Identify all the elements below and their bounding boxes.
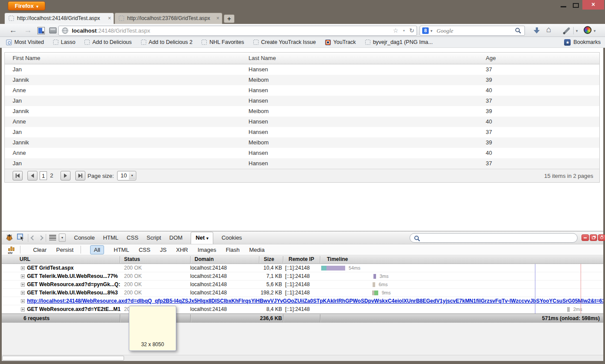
browser-tab-inactive[interactable]: http://localhost:23768/GridTest.aspx ×: [114, 13, 222, 24]
column-remote-ip[interactable]: Remote IP: [289, 255, 314, 264]
window-maximize-button[interactable]: [573, 3, 579, 8]
scrollbar-thumb[interactable]: [2, 356, 124, 361]
archive-extension-icon[interactable]: [49, 27, 57, 33]
bookmark-lasso[interactable]: Lasso: [53, 39, 75, 45]
firebug-search-input[interactable]: [422, 234, 570, 242]
expand-icon[interactable]: [21, 274, 25, 278]
firebug-bug-icon[interactable]: [5, 234, 13, 242]
pager-next-button[interactable]: [60, 171, 71, 180]
table-row[interactable]: JanHansen37: [5, 64, 599, 75]
column-timeline[interactable]: Timeline: [327, 255, 348, 264]
column-domain[interactable]: Domain: [195, 255, 214, 264]
column-divider[interactable]: [259, 256, 259, 263]
firebug-minimize-button[interactable]: [581, 234, 589, 241]
pager-prev-button[interactable]: [27, 171, 37, 180]
bookmark-create-youtrack-issue[interactable]: Create YouTrack Issue: [253, 39, 316, 45]
net-filter-js[interactable]: JS: [160, 247, 166, 253]
url-dropdown-icon[interactable]: ▾: [401, 26, 407, 35]
browser-tab-active[interactable]: http://localhost:24148/GridTest.aspx ×: [4, 13, 114, 24]
url-bar[interactable]: localhost:24148/GridTest.aspx ☆ ▾ ↻: [58, 26, 417, 36]
column-divider[interactable]: [320, 256, 320, 263]
history-back-icon[interactable]: [30, 235, 35, 240]
pager-page-2[interactable]: 2: [50, 171, 53, 180]
net-row-2[interactable]: GET WebResource.axd?d=pynGk...Q: 200 OK …: [2, 281, 603, 289]
net-row-3[interactable]: GET Telerik.Web.UI.WebResou...8%3 200 OK…: [2, 289, 603, 297]
back-button[interactable]: ←: [8, 25, 18, 36]
request-url[interactable]: GET GridTest.aspx: [27, 264, 74, 272]
bookmark-nhl-favorites[interactable]: NHL Favorites: [202, 39, 244, 45]
tab-cookies[interactable]: Cookies: [222, 234, 242, 241]
search-input[interactable]: [437, 27, 506, 35]
bookmark-byvejr[interactable]: byvejr_dag1 (PNG Ima...: [365, 39, 433, 45]
pager-first-button[interactable]: [13, 171, 23, 180]
net-filter-flash[interactable]: Flash: [226, 247, 240, 253]
grid-column-last-name[interactable]: Last Name: [249, 53, 276, 64]
window-close-button[interactable]: ×: [582, 0, 604, 10]
extension-window-icon[interactable]: [37, 27, 45, 34]
request-url[interactable]: GET WebResource.axd?d=YE2tE...M1: [27, 305, 121, 313]
bookmark-add-to-delicious[interactable]: Add to Delicious: [84, 39, 131, 45]
grid-column-age[interactable]: Age: [486, 53, 496, 64]
bookmark-star-icon[interactable]: ☆: [391, 26, 400, 35]
expand-icon[interactable]: [21, 291, 25, 295]
window-minimize-button[interactable]: [561, 6, 566, 7]
firebug-search-box[interactable]: [410, 233, 578, 243]
bookmark-add-to-delicious-2[interactable]: Add to Delicious 2: [141, 39, 193, 45]
table-row[interactable]: JanHansen37: [5, 127, 599, 137]
column-divider[interactable]: [120, 256, 120, 263]
bookmark-most-visited[interactable]: Most Visited: [6, 39, 44, 45]
net-filter-all[interactable]: All: [90, 245, 104, 254]
firebug-close-button[interactable]: [598, 234, 605, 241]
colorzilla-icon[interactable]: [584, 26, 592, 34]
net-row-0[interactable]: GET GridTest.aspx 200 OK localhost:24148…: [2, 264, 603, 272]
url-text[interactable]: localhost:24148/GridTest.aspx: [72, 26, 150, 35]
show-bookmarks-button[interactable]: ★ Bookmarks: [564, 39, 601, 46]
page-size-dropdown[interactable]: 10 ▾: [117, 171, 136, 180]
request-url[interactable]: GET Telerik.Web.UI.WebResou...77%: [27, 272, 118, 280]
history-forward-icon[interactable]: [38, 235, 43, 240]
home-icon[interactable]: ⌂: [546, 25, 551, 34]
colorzilla-dropdown-icon[interactable]: ▾: [594, 29, 596, 33]
table-row[interactable]: AnneHansen40: [5, 148, 599, 158]
net-persist-button[interactable]: Persist: [56, 247, 74, 253]
tab-html[interactable]: HTML: [103, 234, 118, 241]
net-filter-css[interactable]: CSS: [139, 247, 151, 253]
request-url[interactable]: GET WebResource.axd?d=pynGk...Q:: [27, 281, 120, 288]
table-row[interactable]: AnneHansen40: [5, 85, 599, 96]
tab-script[interactable]: Script: [147, 234, 161, 241]
tab-console[interactable]: Console: [74, 234, 95, 241]
net-filter-html[interactable]: HTML: [114, 247, 129, 253]
table-row[interactable]: JanHansen37: [5, 96, 599, 106]
search-icon[interactable]: [515, 27, 521, 36]
eyedropper-icon[interactable]: [564, 27, 571, 33]
tab-net-active[interactable]: Net▾: [191, 232, 213, 244]
search-bar[interactable]: 8 ▾: [420, 26, 525, 36]
tab-close-icon[interactable]: ×: [108, 13, 111, 23]
tab-close-icon[interactable]: ×: [216, 13, 219, 23]
inspect-element-icon[interactable]: [17, 234, 25, 242]
table-row[interactable]: AnneHansen40: [5, 117, 599, 127]
forward-button[interactable]: →: [23, 25, 33, 36]
expand-icon[interactable]: [21, 299, 25, 303]
panel-options-dropdown[interactable]: ▾: [59, 234, 66, 242]
eyedropper-dropdown-icon[interactable]: ▾: [576, 29, 578, 33]
firefox-menu-button[interactable]: Firefox▾: [8, 1, 45, 10]
column-url[interactable]: URL: [20, 255, 30, 264]
net-row-1[interactable]: GET Telerik.Web.UI.WebResou...77% 200 OK…: [2, 272, 603, 281]
expand-icon[interactable]: [21, 283, 25, 287]
xhr-breakpoints-icon[interactable]: xhr: [8, 246, 16, 254]
google-engine-icon[interactable]: 8: [422, 27, 429, 34]
net-row-4[interactable]: http://localhost:24148/WebResource.axd?d…: [2, 297, 603, 305]
net-filter-xhr[interactable]: XHR: [176, 247, 188, 253]
horizontal-scrollbar[interactable]: [2, 355, 603, 361]
new-tab-button[interactable]: +: [224, 14, 235, 23]
downloads-icon[interactable]: [534, 27, 540, 34]
net-clear-button[interactable]: Clear: [33, 247, 47, 253]
net-row-5[interactable]: GET WebResource.axd?d=YE2tE...M1 200 OK …: [2, 305, 603, 314]
table-row[interactable]: JanHansen37: [5, 158, 599, 169]
request-url[interactable]: GET Telerik.Web.UI.WebResou...8%3: [27, 289, 118, 297]
net-filter-images[interactable]: Images: [198, 247, 216, 253]
bookmark-youtrack[interactable]: YouTrack: [325, 39, 356, 45]
pager-last-button[interactable]: [75, 171, 85, 180]
firebug-detach-button[interactable]: [590, 234, 597, 241]
